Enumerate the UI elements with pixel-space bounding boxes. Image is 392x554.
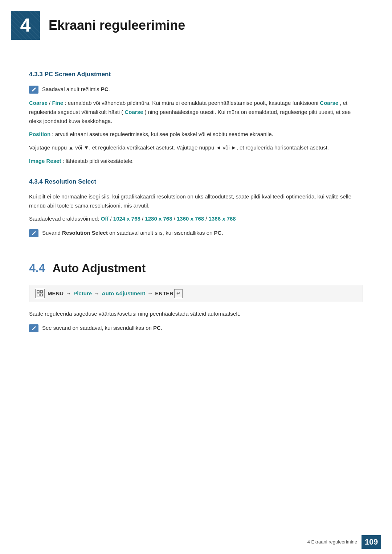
arrow-1: → [66, 289, 71, 298]
section-4-3-4-heading: 4.3.4 Resolution Select [29, 177, 363, 186]
position-text: : arvuti ekraani asetuse reguleerimiseks… [52, 131, 273, 137]
footer-page-number: 109 [362, 535, 381, 549]
page-container: 4 Ekraani reguleerimine 4.3.3 PC Screen … [0, 0, 392, 554]
note-line-auto-adj: See suvand on saadaval, kui sisendallika… [29, 324, 363, 332]
res-1360: 1360 x 768 [177, 216, 204, 222]
para-coarse-fine: Coarse / Fine : eemaldab või vähendab pi… [29, 99, 363, 126]
svg-rect-3 [40, 294, 42, 296]
coarse-fine-text: : eemaldab või vähendab pildimüra. Kui m… [65, 100, 320, 106]
section-4-3-3: 4.3.3 PC Screen Adjustment Saadaval ainu… [29, 69, 363, 166]
res-sep-1: / [110, 216, 113, 222]
chapter-header: 4 Ekraani reguleerimine [0, 0, 392, 51]
major-section-num: 4.4 [29, 259, 45, 278]
image-reset-label: Image Reset [29, 158, 61, 164]
section-4-4: 4.4 Auto Adjustment MENU → Picture → [29, 252, 363, 332]
position-label: Position [29, 131, 50, 137]
res-sep-4: / [205, 216, 207, 222]
coarse-label-2: Coarse [320, 100, 338, 106]
coarse-label-3: Coarse [124, 109, 143, 115]
main-content: 4.3.3 PC Screen Adjustment Saadaval ainu… [0, 51, 392, 352]
note-icon-1 [29, 86, 38, 94]
svg-rect-0 [37, 291, 39, 293]
para-position: Position : arvuti ekraani asetuse regule… [29, 130, 363, 139]
menu-picture: Picture [73, 289, 92, 298]
page-footer: 4 Ekraani reguleerimine 109 [0, 530, 392, 554]
menu-auto-adjustment: Auto Adjustment [102, 289, 145, 298]
para-image-reset: Image Reset : lähtestab pildi vaikesätet… [29, 157, 363, 166]
major-section-title: Auto Adjustment [52, 259, 146, 278]
coarse-label-1: Coarse [29, 100, 48, 106]
para-resolution-options: Saadaolevad eraldusvõimed: Off / 1024 x … [29, 214, 363, 223]
menu-grid-icon [37, 290, 43, 297]
chapter-number: 4 [11, 11, 40, 40]
res-off: Off [101, 216, 109, 222]
menu-label: MENU [48, 289, 64, 298]
note-icon-3 [29, 324, 38, 332]
para-auto-adjustment: Saate reguleerida sageduse väärtusi/aset… [29, 309, 363, 319]
menu-enter-label: ENTER [155, 289, 173, 298]
note-text-1: Saadaval ainult režiimis PC. [42, 85, 110, 94]
pencil-icon [31, 87, 37, 93]
res-options-prefix: Saadaolevad eraldusvõimed: [29, 216, 101, 222]
svg-rect-2 [37, 294, 39, 296]
note-text-3: See suvand on saadaval, kui sisendallika… [42, 324, 162, 332]
note-line-pc-mode: Saadaval ainult režiimis PC. [29, 85, 363, 94]
pencil-icon-3 [31, 325, 37, 331]
res-1366: 1366 x 768 [209, 216, 236, 222]
note-line-resolution: Suvand Resolution Select on saadaval ain… [29, 229, 363, 237]
note-text-2: Suvand Resolution Select on saadaval ain… [42, 229, 223, 237]
res-sep-3: / [174, 216, 177, 222]
enter-icon: ↵ [174, 289, 183, 298]
res-1024: 1024 x 768 [113, 216, 140, 222]
footer-chapter-text: 4 Ekraani reguleerimine [307, 538, 357, 546]
para-position-2: Vajutage nuppu ▲ või ▼, et reguleerida v… [29, 143, 363, 152]
section-4-3-3-heading: 4.3.3 PC Screen Adjustment [29, 69, 363, 79]
menu-icon-box [35, 289, 45, 298]
major-section-header: 4.4 Auto Adjustment [29, 259, 363, 278]
chapter-title: Ekraani reguleerimine [49, 15, 185, 36]
arrow-2: → [94, 289, 99, 298]
svg-rect-1 [40, 291, 42, 293]
res-1280: 1280 x 768 [145, 216, 172, 222]
section-4-3-4: 4.3.4 Resolution Select Kui pilt ei ole … [29, 177, 363, 237]
menu-path-container: MENU → Picture → Auto Adjustment → ENTER… [29, 285, 363, 302]
pencil-icon-2 [31, 230, 37, 236]
fine-label: Fine [52, 100, 63, 106]
arrow-3: → [147, 289, 153, 298]
para-resolution-desc: Kui pilt ei ole normaalne isegi siis, ku… [29, 192, 363, 210]
note-icon-2 [29, 229, 38, 237]
image-reset-text: : lähtestab pildi vaikesätetele. [63, 158, 134, 164]
